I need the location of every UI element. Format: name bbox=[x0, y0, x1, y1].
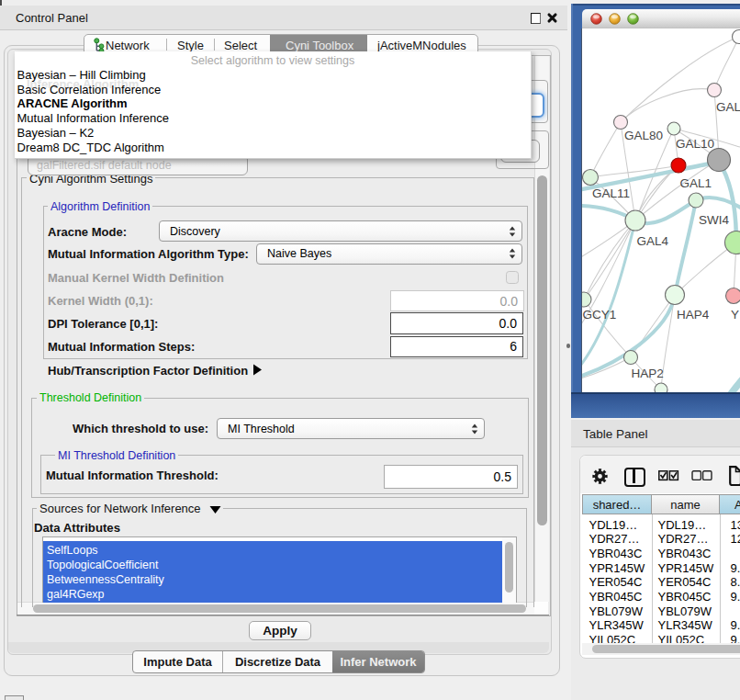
svg-text:HAP4: HAP4 bbox=[677, 308, 710, 322]
svg-text:HAP2: HAP2 bbox=[632, 367, 664, 380]
svg-text:GCY1: GCY1 bbox=[583, 308, 617, 322]
svg-text:Y: Y bbox=[731, 308, 739, 322]
svg-text:SWI4: SWI4 bbox=[699, 213, 729, 227]
svg-text:GAL11: GAL11 bbox=[592, 186, 630, 200]
svg-text:GAL80: GAL80 bbox=[716, 100, 740, 114]
svg-text:GAL1: GAL1 bbox=[680, 176, 712, 190]
svg-text:GAL80: GAL80 bbox=[624, 129, 663, 142]
svg-text:GAL10: GAL10 bbox=[676, 137, 714, 151]
svg-text:GAL4: GAL4 bbox=[637, 234, 669, 248]
